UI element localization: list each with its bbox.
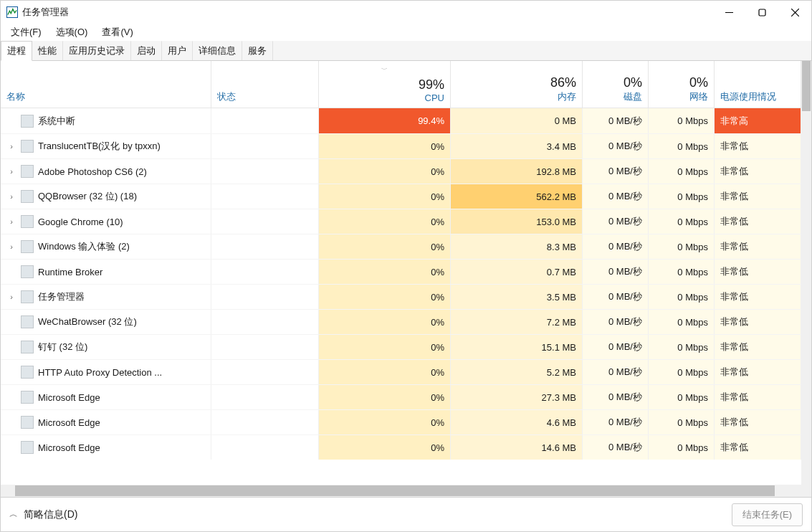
table-row[interactable]: ›QQBrowser (32 位) (18)0%562.2 MB0 MB/秒0 …	[1, 184, 801, 209]
cell-status	[211, 234, 319, 259]
cell-network: 0 Mbps	[649, 260, 715, 284]
cell-status	[211, 435, 319, 460]
menu-view[interactable]: 查看(V)	[96, 24, 138, 40]
power-aggregate-spacer: .	[720, 75, 724, 90]
tab-details[interactable]: 详细信息	[193, 41, 242, 60]
cell-memory: 153.0 MB	[451, 209, 583, 234]
table-row[interactable]: ›Google Chrome (10)0%153.0 MB0 MB/秒0 Mbp…	[1, 209, 801, 234]
cell-name: Runtime Broker	[1, 260, 211, 284]
column-header-memory[interactable]: 86% 内存	[451, 61, 583, 108]
process-icon	[21, 265, 34, 278]
cell-cpu: 0%	[319, 285, 451, 309]
process-name: QQBrowser (32 位) (18)	[38, 190, 137, 203]
process-icon	[21, 441, 34, 454]
menu-file[interactable]: 文件(F)	[5, 24, 47, 40]
column-header-cpu[interactable]: ﹀ 99% CPU	[319, 61, 451, 108]
sort-indicator-icon: ﹀	[381, 65, 388, 75]
network-aggregate: 0%	[689, 75, 708, 90]
process-icon	[21, 416, 34, 429]
menu-options[interactable]: 选项(O)	[50, 24, 94, 40]
cell-memory: 562.2 MB	[451, 184, 583, 209]
process-name: Google Chrome (10)	[38, 217, 123, 227]
column-header-power[interactable]: . 电源使用情况	[715, 61, 801, 108]
table-header: 名称 状态 ﹀ 99% CPU 86% 内存 0% 磁盘 0% 网络	[1, 61, 811, 108]
tab-app-history[interactable]: 应用历史记录	[63, 41, 131, 60]
cell-status	[211, 159, 319, 184]
cell-disk: 0 MB/秒	[583, 285, 649, 309]
process-name: 钉钉 (32 位)	[38, 341, 87, 353]
maximize-button[interactable]	[745, 1, 778, 24]
table-row[interactable]: 钉钉 (32 位)0%15.1 MB0 MB/秒0 Mbps非常低	[1, 334, 801, 359]
cell-network: 0 Mbps	[649, 134, 715, 158]
cell-network: 0 Mbps	[649, 285, 715, 309]
disk-aggregate: 0%	[624, 75, 642, 90]
cell-memory: 15.1 MB	[451, 335, 583, 359]
cell-name: Microsoft Edge	[1, 435, 211, 460]
tab-startup[interactable]: 启动	[131, 41, 162, 60]
table-row[interactable]: Microsoft Edge0%27.3 MB0 MB/秒0 Mbps非常低	[1, 384, 801, 409]
column-header-name[interactable]: 名称	[1, 61, 211, 108]
table-row[interactable]: 系统中断99.4%0 MB0 MB/秒0 Mbps非常高	[1, 108, 801, 133]
cell-network: 0 Mbps	[649, 108, 715, 133]
vertical-scrollbar[interactable]	[801, 61, 811, 497]
cell-name: ›任务管理器	[1, 285, 211, 309]
titlebar[interactable]: 任务管理器	[1, 1, 811, 24]
cell-memory: 8.3 MB	[451, 234, 583, 259]
expand-chevron-icon[interactable]: ›	[6, 242, 16, 251]
horizontal-scroll-thumb[interactable]	[15, 485, 775, 496]
expand-chevron-icon[interactable]: ›	[6, 142, 16, 151]
fewer-details-button[interactable]: ︿ 简略信息(D)	[9, 508, 77, 521]
table-row[interactable]: HTTP Auto Proxy Detection ...0%5.2 MB0 M…	[1, 359, 801, 384]
end-task-button[interactable]: 结束任务(E)	[732, 503, 803, 526]
tab-users[interactable]: 用户	[162, 41, 193, 60]
cell-name: ›Windows 输入体验 (2)	[1, 234, 211, 259]
column-header-status[interactable]: 状态	[211, 61, 319, 108]
cell-status	[211, 335, 319, 359]
cell-power: 非常低	[715, 310, 801, 334]
minimize-button[interactable]	[712, 1, 745, 24]
chevron-up-icon: ︿	[9, 508, 18, 521]
cell-network: 0 Mbps	[649, 234, 715, 259]
cell-memory: 5.2 MB	[451, 360, 583, 384]
expand-chevron-icon[interactable]: ›	[6, 192, 16, 201]
tab-performance[interactable]: 性能	[32, 41, 63, 60]
expand-chevron-icon[interactable]: ›	[6, 217, 16, 226]
cell-memory: 3.5 MB	[451, 285, 583, 309]
tab-services[interactable]: 服务	[242, 41, 273, 60]
window: 任务管理器 文件(F) 选项(O) 查看(V) 进程 性能 应用历史记录 启动 …	[0, 0, 812, 532]
column-header-network[interactable]: 0% 网络	[649, 61, 715, 108]
table-row[interactable]: Microsoft Edge0%14.6 MB0 MB/秒0 Mbps非常低	[1, 434, 801, 460]
cell-name: Microsoft Edge	[1, 410, 211, 434]
table-row[interactable]: ›Windows 输入体验 (2)0%8.3 MB0 MB/秒0 Mbps非常低	[1, 234, 801, 259]
cell-power: 非常低	[715, 184, 801, 209]
cell-network: 0 Mbps	[649, 310, 715, 334]
table-row[interactable]: WeChatBrowser (32 位)0%7.2 MB0 MB/秒0 Mbps…	[1, 309, 801, 334]
process-icon	[21, 240, 34, 253]
table-row[interactable]: Microsoft Edge0%4.6 MB0 MB/秒0 Mbps非常低	[1, 409, 801, 434]
horizontal-scrollbar[interactable]	[1, 485, 811, 497]
expand-chevron-icon[interactable]: ›	[6, 293, 16, 301]
expand-chevron-icon[interactable]: ›	[6, 167, 16, 176]
table-row[interactable]: ›TranslucentTB(汉化 by tpxxn)0%3.4 MB0 MB/…	[1, 133, 801, 158]
cell-power: 非常低	[715, 234, 801, 259]
cell-network: 0 Mbps	[649, 360, 715, 384]
cell-status	[211, 108, 319, 133]
process-icon	[21, 315, 34, 328]
cell-disk: 0 MB/秒	[583, 335, 649, 359]
table-row[interactable]: ›任务管理器0%3.5 MB0 MB/秒0 Mbps非常低	[1, 284, 801, 309]
table-row[interactable]: ›Adobe Photoshop CS6 (2)0%192.8 MB0 MB/秒…	[1, 158, 801, 184]
cell-cpu: 0%	[319, 310, 451, 334]
cell-power: 非常低	[715, 209, 801, 234]
close-button[interactable]	[778, 1, 811, 24]
column-header-disk[interactable]: 0% 磁盘	[583, 61, 649, 108]
cell-name: 系统中断	[1, 108, 211, 133]
column-power-label: 电源使用情况	[720, 90, 776, 103]
vertical-scroll-thumb[interactable]	[802, 61, 811, 111]
cell-power: 非常低	[715, 360, 801, 384]
cell-memory: 192.8 MB	[451, 159, 583, 184]
process-icon	[21, 165, 34, 178]
tab-processes[interactable]: 进程	[1, 41, 32, 61]
cell-network: 0 Mbps	[649, 159, 715, 184]
cell-disk: 0 MB/秒	[583, 360, 649, 384]
table-row[interactable]: Runtime Broker0%0.7 MB0 MB/秒0 Mbps非常低	[1, 259, 801, 284]
